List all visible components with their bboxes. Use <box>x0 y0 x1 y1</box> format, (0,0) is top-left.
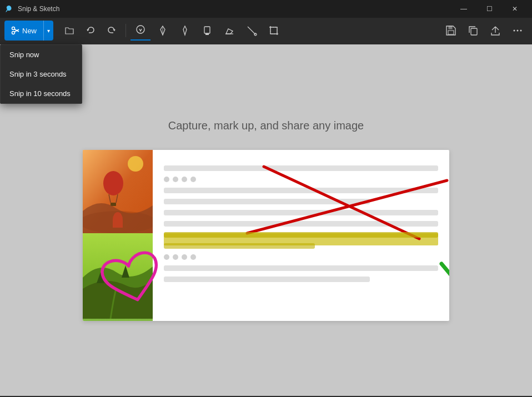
dropdown-arrow-icon: ▾ <box>47 28 50 34</box>
dot <box>182 177 187 182</box>
balloon-scene <box>83 150 153 233</box>
eraser-icon <box>224 25 235 36</box>
highlighted-line <box>164 232 438 238</box>
ballpoint-pen-button[interactable] <box>153 21 173 41</box>
snip-10s-item[interactable]: Snip in 10 seconds <box>1 84 82 103</box>
landscape-scene <box>83 233 153 319</box>
minimize-button[interactable]: — <box>451 0 476 18</box>
svg-line-10 <box>248 27 255 34</box>
svg-point-0 <box>12 27 15 30</box>
svg-rect-12 <box>270 27 277 34</box>
share-button[interactable] <box>485 21 505 41</box>
new-button-group: New ▾ <box>4 21 53 41</box>
snip-now-item[interactable]: Snip now <box>1 45 82 64</box>
open-button[interactable] <box>60 21 79 41</box>
title-bar-controls: — ☐ ✕ <box>451 0 528 18</box>
highlighter-button[interactable] <box>197 21 217 41</box>
folder-icon <box>64 26 74 36</box>
undo-icon <box>86 26 96 36</box>
pencil-button[interactable] <box>175 21 195 41</box>
dot <box>164 254 169 260</box>
dot <box>164 177 169 182</box>
save-button[interactable] <box>441 21 461 41</box>
highlighted-line-2 <box>164 243 315 249</box>
snip-3s-item[interactable]: Snip in 3 seconds <box>1 64 82 84</box>
preview-card <box>83 150 449 321</box>
new-button[interactable]: New <box>4 21 43 41</box>
svg-marker-6 <box>183 26 187 35</box>
preview-content <box>153 150 449 321</box>
redo-icon <box>107 26 117 36</box>
dot <box>182 254 187 260</box>
pencil-icon <box>179 25 190 36</box>
dot <box>190 254 196 260</box>
copy-button[interactable] <box>463 21 483 41</box>
highlighter-icon <box>202 25 213 36</box>
dots-row-1 <box>164 177 438 182</box>
app-icon <box>4 4 13 13</box>
svg-rect-8 <box>205 33 209 35</box>
ruler-button[interactable] <box>242 21 262 41</box>
save-icon <box>445 25 456 36</box>
content-line-4 <box>164 210 438 215</box>
more-button[interactable] <box>508 21 528 41</box>
image-top <box>83 150 153 233</box>
content-line-3 <box>164 199 370 204</box>
share-icon <box>490 25 501 36</box>
eraser-button[interactable] <box>219 21 239 41</box>
svg-rect-25 <box>111 203 116 206</box>
svg-point-17 <box>517 30 519 32</box>
dot <box>190 177 196 182</box>
dot <box>173 254 178 260</box>
svg-point-16 <box>514 30 515 32</box>
svg-rect-15 <box>471 28 477 35</box>
new-dropdown-menu: Snip now Snip in 3 seconds Snip in 10 se… <box>0 44 82 104</box>
title-bar-left: Snip & Sketch <box>4 4 59 13</box>
close-button[interactable]: ✕ <box>502 0 528 18</box>
highlight-section <box>164 232 438 249</box>
title-bar: Snip & Sketch — ☐ ✕ <box>0 0 532 18</box>
svg-rect-7 <box>204 27 210 33</box>
content-line-2 <box>164 188 438 193</box>
dots-row-2 <box>164 254 438 260</box>
touch-writing-icon <box>135 24 146 36</box>
svg-point-1 <box>12 32 15 34</box>
ballpoint-pen-icon <box>157 25 168 36</box>
more-icon <box>512 25 523 36</box>
app-title: Snip & Sketch <box>18 5 59 13</box>
svg-point-22 <box>103 171 123 195</box>
new-dropdown-button[interactable]: ▾ <box>43 21 53 41</box>
copy-icon <box>468 25 479 36</box>
dot <box>173 177 178 182</box>
crop-button[interactable] <box>264 21 284 41</box>
svg-rect-14 <box>448 31 454 34</box>
content-line-7 <box>164 277 370 282</box>
toolbar: New ▾ <box>0 18 532 44</box>
touch-writing-button[interactable] <box>131 21 150 41</box>
content-line-5 <box>164 221 438 227</box>
separator-1 <box>126 24 126 37</box>
preview-images <box>83 150 153 321</box>
redo-button[interactable] <box>102 21 121 41</box>
svg-point-21 <box>128 156 143 172</box>
scissors-icon <box>11 26 20 35</box>
main-caption: Capture, mark up, and share any image <box>168 119 364 132</box>
svg-point-18 <box>520 30 522 32</box>
maximize-button[interactable]: ☐ <box>476 0 502 18</box>
content-line-1 <box>164 165 438 171</box>
image-bottom <box>83 233 153 321</box>
content-line-6 <box>164 265 438 271</box>
new-label: New <box>22 27 37 35</box>
undo-button[interactable] <box>81 21 100 41</box>
ruler-icon <box>246 25 257 36</box>
svg-rect-13 <box>449 26 452 29</box>
crop-icon <box>268 25 279 36</box>
